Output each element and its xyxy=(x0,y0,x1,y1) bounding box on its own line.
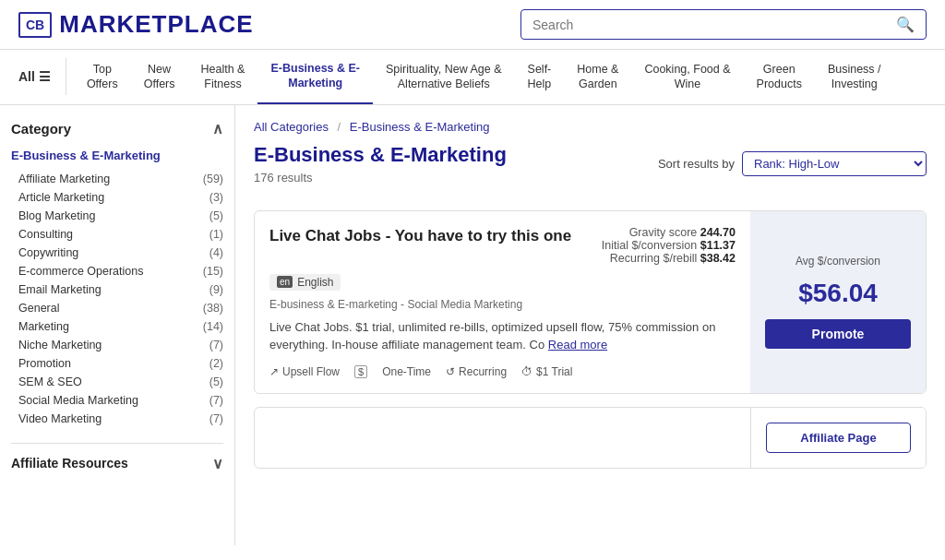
lang-label: English xyxy=(297,276,333,289)
search-bar[interactable]: 🔍 xyxy=(520,9,927,40)
sidebar-item-blog-marketing[interactable]: Blog Marketing (5) xyxy=(11,207,223,225)
nav-item-business[interactable]: Business / Investing xyxy=(815,51,894,103)
nav-item-self-help[interactable]: Self- Help xyxy=(515,51,565,103)
product-header-row: Live Chat Jobs - You have to try this on… xyxy=(269,226,736,274)
lang-flag: en xyxy=(277,276,293,288)
initial-label: Initial $/conversion xyxy=(602,239,698,252)
sidebar-item-niche-marketing[interactable]: Niche Marketing (7) xyxy=(11,336,223,354)
sidebar-item-count: (7) xyxy=(209,339,223,351)
sidebar-item-label: SEM & SEO xyxy=(18,375,82,388)
trial-label: $1 Trial xyxy=(536,365,572,378)
recurring-footer-label: Recurring xyxy=(459,365,507,378)
sidebar-item-label: Copywriting xyxy=(18,246,78,259)
nav-item-top-offers[interactable]: Top Offers xyxy=(74,51,131,103)
content-title: E-Business & E-Marketing xyxy=(254,143,507,167)
product-description-text: Live Chat Jobs. $1 trial, unlimited re-b… xyxy=(269,320,715,352)
sidebar-item-label: Email Marketing xyxy=(18,283,102,296)
onetime-item: One-Time xyxy=(382,365,431,378)
sidebar-item-count: (15) xyxy=(203,265,223,278)
dollar-icon-item: $ xyxy=(354,365,367,378)
nav-item-cooking[interactable]: Cooking, Food & Wine xyxy=(631,51,743,103)
sidebar-item-label: General xyxy=(18,302,59,315)
logo-text: MARKETPLACE xyxy=(59,10,253,39)
sidebar-item-label: Consulting xyxy=(18,228,73,241)
sidebar-item-count: (9) xyxy=(209,283,223,296)
category-header: Category ∧ xyxy=(11,120,223,137)
product-card-side: Avg $/conversion $56.04 Promote xyxy=(750,211,926,393)
sidebar-item-email-marketing[interactable]: Email Marketing (9) xyxy=(11,280,223,299)
product-title: Live Chat Jobs - You have to try this on… xyxy=(269,226,571,246)
main-content: All Categories / E-Business & E-Marketin… xyxy=(235,105,945,545)
breadcrumb-all[interactable]: All Categories xyxy=(254,120,329,134)
recurring-icon: ↺ xyxy=(446,365,455,378)
breadcrumb: All Categories / E-Business & E-Marketin… xyxy=(254,120,927,134)
initial-value: $11.37 xyxy=(700,239,736,252)
hamburger-icon: ☰ xyxy=(39,69,51,84)
nav-item-green[interactable]: Green Products xyxy=(744,51,815,103)
sidebar-section-title: E-Business & E-Marketing xyxy=(11,149,223,162)
logo-cb: CB xyxy=(18,12,52,38)
product-card-2-side: Affiliate Page xyxy=(750,408,926,468)
sidebar: Category ∧ E-Business & E-Marketing Affi… xyxy=(0,105,235,545)
search-input[interactable] xyxy=(532,18,896,32)
sort-results-row: E-Business & E-Marketing 176 results Sor… xyxy=(254,143,927,197)
nav-item-spirituality[interactable]: Spirituality, New Age & Alternative Beli… xyxy=(373,51,515,103)
recurring-item: ↺ Recurring xyxy=(446,365,507,378)
nav-all[interactable]: All ☰ xyxy=(18,58,66,95)
category-title: Category xyxy=(11,121,71,137)
trial-item: ⏱ $1 Trial xyxy=(521,365,572,378)
nav-item-new-offers[interactable]: New Offers xyxy=(131,51,188,103)
sidebar-item-label: Social Media Marketing xyxy=(18,394,138,407)
sidebar-item-marketing[interactable]: Marketing (14) xyxy=(11,317,223,336)
sidebar-item-label: Video Marketing xyxy=(18,412,102,425)
sidebar-item-label: E-commerce Operations xyxy=(18,265,143,278)
read-more-link[interactable]: Read more xyxy=(548,338,607,351)
header: CB MARKETPLACE 🔍 xyxy=(0,0,945,50)
chevron-down-icon[interactable]: ∨ xyxy=(212,455,223,472)
onetime-label: One-Time xyxy=(382,365,431,378)
sort-select[interactable]: Rank: High-Low Gravity: High-Low Avg $/c… xyxy=(742,151,927,176)
affiliate-resources-header[interactable]: Affiliate Resources ∨ xyxy=(11,455,223,472)
sidebar-item-count: (4) xyxy=(209,246,223,259)
chevron-up-icon[interactable]: ∧ xyxy=(212,120,223,137)
sidebar-item-label: Affiliate Marketing xyxy=(18,173,110,185)
content-title-group: E-Business & E-Marketing 176 results xyxy=(254,143,507,197)
affiliate-resources-label: Affiliate Resources xyxy=(11,456,128,471)
recurring-label: Recurring $/rebill xyxy=(610,252,697,265)
affiliate-page-button[interactable]: Affiliate Page xyxy=(766,423,911,453)
trial-icon: ⏱ xyxy=(521,365,532,378)
sidebar-item-consulting[interactable]: Consulting (1) xyxy=(11,225,223,244)
nav-item-health-fitness[interactable]: Health & Fitness xyxy=(188,51,258,103)
main-layout: Category ∧ E-Business & E-Marketing Affi… xyxy=(0,105,945,545)
sidebar-item-promotion[interactable]: Promotion (2) xyxy=(11,354,223,373)
nav-item-home-garden[interactable]: Home & Garden xyxy=(564,51,631,103)
search-button[interactable]: 🔍 xyxy=(896,16,915,33)
recurring-stat: Recurring $/rebill $38.42 xyxy=(610,252,736,265)
product-card-main: Live Chat Jobs - You have to try this on… xyxy=(255,211,750,393)
avg-label: Avg $/conversion xyxy=(795,255,880,268)
sidebar-item-label: Niche Marketing xyxy=(18,339,102,351)
product-stats: Gravity score 244.70 Initial $/conversio… xyxy=(602,226,736,265)
nav-items: Top Offers New Offers Health & Fitness E… xyxy=(74,50,894,104)
product-category-label: E-business & E-marketing - Social Media … xyxy=(269,298,736,311)
product-card-2-main xyxy=(255,408,750,468)
avg-price: $56.04 xyxy=(798,279,878,308)
sidebar-item-copywriting[interactable]: Copywriting (4) xyxy=(11,244,223,262)
sidebar-item-label: Promotion xyxy=(18,357,71,370)
sidebar-item-general[interactable]: General (38) xyxy=(11,299,223,317)
sidebar-item-social-media[interactable]: Social Media Marketing (7) xyxy=(11,391,223,410)
sidebar-item-article-marketing[interactable]: Article Marketing (3) xyxy=(11,188,223,207)
initial-stat: Initial $/conversion $11.37 xyxy=(602,239,736,252)
breadcrumb-separator: / xyxy=(338,120,341,134)
promote-button[interactable]: Promote xyxy=(765,319,911,349)
gravity-label: Gravity score xyxy=(629,226,698,239)
sidebar-item-ecommerce[interactable]: E-commerce Operations (15) xyxy=(11,262,223,280)
sidebar-item-sem-seo[interactable]: SEM & SEO (5) xyxy=(11,373,223,391)
sidebar-item-count: (59) xyxy=(203,173,223,185)
sidebar-item-count: (1) xyxy=(209,228,223,241)
sidebar-item-video-marketing[interactable]: Video Marketing (7) xyxy=(11,410,223,428)
affiliate-resources-section: Affiliate Resources ∨ xyxy=(11,443,223,472)
sidebar-item-affiliate-marketing[interactable]: Affiliate Marketing (59) xyxy=(11,170,223,188)
upsell-icon: ↗ xyxy=(269,365,279,378)
nav-item-ebusiness[interactable]: E-Business & E- Marketing xyxy=(257,50,373,104)
